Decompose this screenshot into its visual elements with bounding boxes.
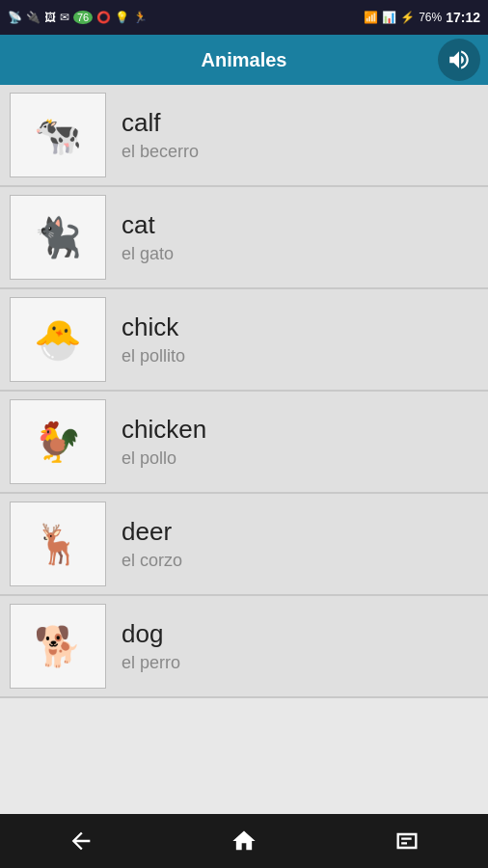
image-icon: 🖼 bbox=[44, 11, 56, 24]
bottom-nav bbox=[0, 814, 488, 868]
animal-spanish-chicken: el pollo bbox=[122, 448, 206, 469]
animal-item-chick[interactable]: 🐣 chick el pollito bbox=[0, 289, 488, 392]
usb-icon: 🔌 bbox=[26, 11, 41, 24]
run-icon: 🏃 bbox=[133, 11, 148, 24]
bolt-icon: ⚡ bbox=[400, 11, 415, 24]
speaker-button[interactable] bbox=[438, 39, 480, 81]
animal-item-deer[interactable]: 🦌 deer el corzo bbox=[0, 494, 488, 596]
badge-76: 76 bbox=[73, 11, 93, 24]
animal-item-calf[interactable]: 🐄 calf el becerro bbox=[0, 85, 488, 187]
animal-english-dog: dog bbox=[122, 619, 180, 649]
app-title: Animales bbox=[202, 49, 287, 71]
animal-image-calf: 🐄 bbox=[10, 93, 106, 177]
animal-text-calf: calf el becerro bbox=[122, 108, 199, 162]
animal-spanish-deer: el corzo bbox=[122, 551, 182, 571]
antenna-icon: 📡 bbox=[8, 11, 22, 24]
back-icon bbox=[68, 827, 95, 854]
animal-emoji-cat: 🐈‍⬛ bbox=[11, 196, 105, 279]
battery-text: 76% bbox=[419, 11, 442, 24]
back-button[interactable] bbox=[52, 820, 110, 862]
wifi-icon: 📶 bbox=[364, 11, 378, 24]
animal-spanish-calf: el becerro bbox=[122, 142, 199, 162]
recents-icon bbox=[393, 827, 420, 854]
animal-text-dog: dog el perro bbox=[122, 619, 180, 673]
animal-image-cat: 🐈‍⬛ bbox=[10, 195, 106, 280]
status-icons-left: 📡 🔌 🖼 ✉ 76 ⭕ 💡 🏃 bbox=[8, 11, 148, 24]
animal-emoji-dog: 🐕 bbox=[11, 605, 105, 688]
animal-spanish-cat: el gato bbox=[122, 244, 174, 264]
animal-image-chick: 🐣 bbox=[10, 297, 106, 382]
animal-text-deer: deer el corzo bbox=[122, 517, 182, 571]
animal-spanish-dog: el perro bbox=[122, 653, 180, 673]
circle-icon: ⭕ bbox=[96, 11, 111, 24]
status-time: 17:12 bbox=[446, 10, 480, 25]
recents-button[interactable] bbox=[378, 820, 436, 862]
lightbulb-icon: 💡 bbox=[115, 11, 129, 24]
animal-item-chicken[interactable]: 🐓 chicken el pollo bbox=[0, 392, 488, 494]
signal-icon: 📊 bbox=[382, 11, 396, 24]
animal-text-cat: cat el gato bbox=[122, 210, 174, 264]
speaker-icon bbox=[447, 47, 472, 72]
animal-text-chick: chick el pollito bbox=[122, 312, 185, 366]
animal-english-cat: cat bbox=[122, 210, 174, 240]
animal-emoji-chicken: 🐓 bbox=[11, 400, 105, 483]
animal-text-chicken: chicken el pollo bbox=[122, 415, 206, 469]
animal-image-deer: 🦌 bbox=[10, 502, 106, 586]
animal-item-dog[interactable]: 🐕 dog el perro bbox=[0, 596, 488, 698]
animal-image-chicken: 🐓 bbox=[10, 399, 106, 484]
animal-emoji-deer: 🦌 bbox=[11, 502, 105, 585]
home-icon bbox=[230, 827, 258, 854]
animal-list: 🐄 calf el becerro 🐈‍⬛ cat el gato 🐣 chic… bbox=[0, 85, 488, 814]
animal-spanish-chick: el pollito bbox=[122, 346, 185, 366]
animal-english-chick: chick bbox=[122, 312, 185, 342]
animal-english-deer: deer bbox=[122, 517, 182, 547]
animal-emoji-chick: 🐣 bbox=[11, 298, 105, 381]
status-bar: 📡 🔌 🖼 ✉ 76 ⭕ 💡 🏃 📶 📊 ⚡ 76% 17:12 bbox=[0, 0, 488, 35]
home-button[interactable] bbox=[215, 820, 273, 862]
app-header: Animales bbox=[0, 35, 488, 85]
animal-english-calf: calf bbox=[122, 108, 199, 138]
animal-image-dog: 🐕 bbox=[10, 604, 106, 689]
animal-english-chicken: chicken bbox=[122, 415, 206, 445]
animal-item-cat[interactable]: 🐈‍⬛ cat el gato bbox=[0, 187, 488, 289]
status-icons-right: 📶 📊 ⚡ 76% 17:12 bbox=[364, 10, 480, 25]
mail-icon: ✉ bbox=[60, 11, 69, 24]
animal-emoji-calf: 🐄 bbox=[11, 94, 105, 176]
